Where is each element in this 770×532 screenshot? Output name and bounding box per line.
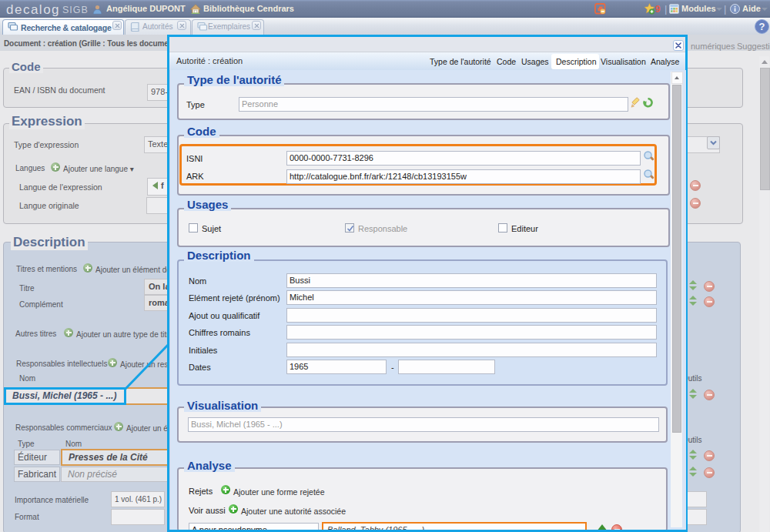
svg-text:?: ? — [759, 21, 765, 32]
